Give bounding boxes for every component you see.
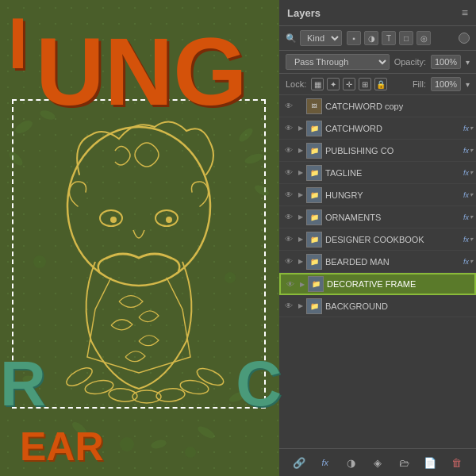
new-fill-adjustment-btn[interactable]: ◈ [369,454,386,471]
lock-fill-row: Lock: ▦ ✦ ✛ ⊞ 🔒 Fill: ▾ [279,74,476,95]
new-layer-btn[interactable]: 📄 [421,454,439,471]
shape-filter-btn[interactable]: □ [399,31,413,45]
panel-footer: 🔗 fx ◑ ◈ 🗁 📄 🗑 [279,448,476,476]
eye-icon-catchword-copy[interactable]: 👁 [282,100,295,113]
fill-input[interactable] [431,77,461,91]
expand-arrow-catchword[interactable]: ▶ [297,122,305,135]
layer-name-catchword-copy: CATCHWORD copy [325,102,473,111]
layers-panel: Layers ≡ 🔍 Kind ▪ ◑ T □ ◎ Pass Through O… [279,0,476,476]
text-r: R [0,347,46,420]
fx-badge-catchword[interactable]: fx▾ [463,125,473,132]
eye-icon-hungry[interactable]: 👁 [282,189,295,202]
svg-point-15 [185,447,196,458]
filter-row: 🔍 Kind ▪ ◑ T □ ◎ [279,26,476,51]
expand-arrow-ornaments[interactable]: ▶ [297,211,305,224]
add-mask-btn[interactable]: ◑ [343,454,360,471]
lock-all-btn[interactable]: 🔒 [374,78,387,90]
svg-point-9 [150,439,167,451]
pixel-filter-btn[interactable]: ▪ [347,31,361,45]
lock-artboard-btn[interactable]: ⊞ [359,78,371,90]
layer-name-decorative-frame: DECORATIVE FRAME [327,279,471,289]
fx-badge-bearded-man[interactable]: fx▾ [463,258,473,266]
delete-layer-btn[interactable]: 🗑 [447,454,465,471]
layer-item-publishing-co[interactable]: 👁▶📁PUBLISHING COfx▾ [279,140,476,162]
panel-header: Layers ≡ [279,0,476,26]
artwork-background: I UNG [0,0,282,476]
layer-name-catchword: CATCHWORD [325,124,460,133]
layer-thumb-designer-cookbook: 📁 [306,232,322,248]
eye-icon-ornaments[interactable]: 👁 [282,211,295,224]
layer-thumb-hungry: 📁 [306,187,322,203]
text-c: C [236,347,282,420]
layer-thumb-background: 📁 [306,298,322,314]
fill-chevron[interactable]: ▾ [466,80,470,89]
layer-name-designer-cookbook: DESIGNER COOKBOOK [325,235,460,244]
fx-badge-designer-cookbook[interactable]: fx▾ [463,236,473,244]
layer-thumb-publishing-co: 📁 [306,143,322,159]
svg-point-10 [196,424,217,441]
fx-badge-ornaments[interactable]: fx▾ [463,213,473,221]
layer-name-background: BACKGROUND [325,301,473,311]
layer-name-ornaments: ORNAMENTS [325,213,460,222]
eye-icon-catchword[interactable]: 👁 [282,122,295,135]
adjustment-filter-btn[interactable]: ◑ [364,31,378,45]
lock-position-btn[interactable]: ✛ [343,78,355,90]
expand-arrow-decorative-frame[interactable]: ▶ [298,278,306,290]
expand-arrow-bearded-man[interactable]: ▶ [297,255,305,268]
layer-item-tagline[interactable]: 👁▶📁TAGLINEfx▾ [279,162,476,184]
lock-label: Lock: [286,79,306,89]
opacity-input[interactable] [431,55,461,69]
expand-arrow-designer-cookbook[interactable]: ▶ [297,233,305,246]
svg-point-12 [225,272,236,283]
opacity-chevron[interactable]: ▾ [466,58,470,67]
layer-item-background[interactable]: 👁▶📁BACKGROUND [279,295,476,317]
layer-name-hungry: HUNGRY [325,190,460,200]
layer-thumb-bearded-man: 📁 [306,254,322,270]
add-fx-btn[interactable]: fx [317,454,334,471]
expand-arrow-background[interactable]: ▶ [297,300,305,313]
link-layers-btn[interactable]: 🔗 [290,454,308,471]
opacity-label: Opacity: [394,57,426,67]
svg-point-11 [33,255,46,268]
new-group-btn[interactable]: 🗁 [395,454,413,471]
eye-icon-bearded-man[interactable]: 👁 [282,255,295,268]
layer-item-catchword[interactable]: 👁▶📁CATCHWORDfx▾ [279,117,476,140]
lock-icons: ▦ ✦ ✛ ⊞ 🔒 [311,78,408,90]
text-ear: EAR [20,424,104,470]
layer-thumb-catchword-copy: 🖼 [306,98,322,114]
expand-arrow-publishing-co[interactable]: ▶ [297,144,305,157]
lock-transparency-btn[interactable]: ▦ [311,78,324,90]
filter-toggle[interactable] [459,33,470,44]
svg-point-13 [120,437,134,451]
layer-item-ornaments[interactable]: 👁▶📁ORNAMENTSfx▾ [279,206,476,228]
eye-icon-publishing-co[interactable]: 👁 [282,144,295,157]
search-icon: 🔍 [286,33,297,44]
layer-item-bearded-man[interactable]: 👁▶📁BEARDED MANfx▾ [279,251,476,273]
panel-menu-icon[interactable]: ≡ [462,6,468,19]
blend-mode-dropdown[interactable]: Pass Through [286,54,390,70]
eye-icon-tagline[interactable]: 👁 [282,167,295,179]
fill-label: Fill: [413,79,426,89]
layer-item-catchword-copy[interactable]: 👁🖼CATCHWORD copy [279,95,476,117]
layer-name-bearded-man: BEARDED MAN [325,257,460,267]
text-i: I [8,8,28,79]
layer-thumb-catchword: 📁 [306,121,322,136]
blend-opacity-row: Pass Through Opacity: ▾ [279,51,476,74]
type-filter-btn[interactable]: T [382,31,396,45]
layer-name-tagline: TAGLINE [325,168,460,178]
fx-badge-hungry[interactable]: fx▾ [463,191,473,199]
smart-filter-btn[interactable]: ◎ [416,31,431,45]
layer-item-decorative-frame[interactable]: 👁▶📁DECORATIVE FRAME [279,273,476,295]
layer-item-designer-cookbook[interactable]: 👁▶📁DESIGNER COOKBOOKfx▾ [279,228,476,251]
fx-badge-tagline[interactable]: fx▾ [463,169,473,177]
layer-item-hungry[interactable]: 👁▶📁HUNGRYfx▾ [279,184,476,206]
lock-image-btn[interactable]: ✦ [327,78,340,90]
expand-arrow-tagline[interactable]: ▶ [297,167,305,179]
kind-dropdown[interactable]: Kind [300,30,342,46]
expand-arrow-hungry[interactable]: ▶ [297,189,305,202]
svg-point-4 [253,183,271,198]
fx-badge-publishing-co[interactable]: fx▾ [463,147,473,155]
eye-icon-decorative-frame[interactable]: 👁 [284,278,297,290]
eye-icon-designer-cookbook[interactable]: 👁 [282,233,295,246]
eye-icon-background[interactable]: 👁 [282,300,295,313]
